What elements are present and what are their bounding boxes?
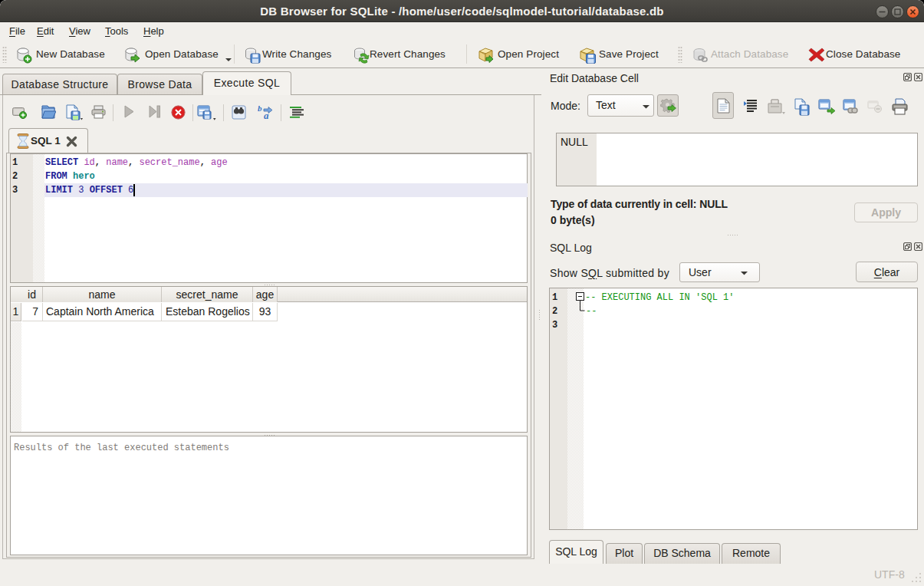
svg-text:b: b xyxy=(258,104,262,113)
svg-text:a: a xyxy=(264,110,269,120)
